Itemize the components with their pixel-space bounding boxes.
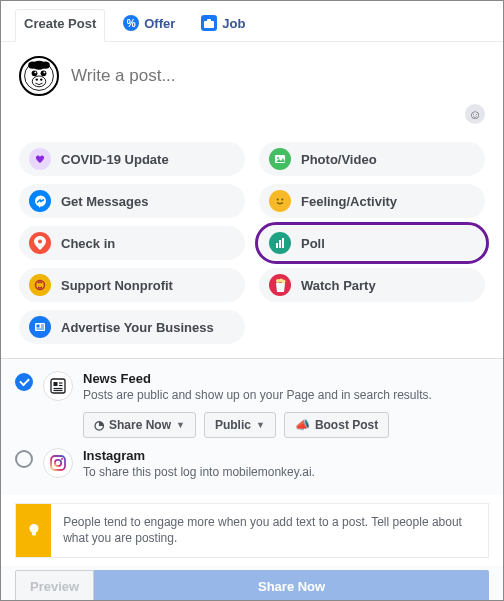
tab-create-label: Create Post	[24, 16, 96, 31]
option-covid[interactable]: COVID-19 Update	[19, 142, 245, 176]
option-covid-label: COVID-19 Update	[61, 152, 169, 167]
svg-point-16	[274, 195, 287, 208]
smiley-icon	[269, 190, 291, 212]
svg-rect-20	[276, 243, 278, 248]
pin-icon	[29, 232, 51, 254]
preview-button[interactable]: Preview	[15, 570, 94, 601]
svg-point-14	[277, 157, 279, 159]
smiley-icon: ☺	[468, 107, 481, 122]
share-now-button[interactable]: Share Now	[94, 570, 489, 601]
svg-point-9	[40, 78, 42, 80]
privacy-dropdown[interactable]: Public ▼	[204, 412, 276, 438]
svg-rect-32	[37, 325, 40, 328]
option-nonprofit[interactable]: Support Nonprofit	[19, 268, 245, 302]
bars-icon	[269, 232, 291, 254]
emoji-picker-button[interactable]: ☺	[465, 104, 485, 124]
option-messages-label: Get Messages	[61, 194, 148, 209]
svg-point-5	[35, 72, 37, 74]
tab-create-post[interactable]: Create Post	[15, 9, 105, 42]
svg-point-30	[281, 280, 285, 284]
clock-icon: ◔	[94, 418, 104, 432]
svg-point-18	[281, 199, 283, 201]
option-photo-label: Photo/Video	[301, 152, 377, 167]
coin-icon	[29, 274, 51, 296]
option-feeling-label: Feeling/Activity	[301, 194, 397, 209]
option-advertise[interactable]: Advertise Your Business	[19, 310, 245, 344]
newsfeed-desc: Posts are public and show up on your Pag…	[83, 387, 489, 404]
option-nonprofit-label: Support Nonprofit	[61, 278, 173, 293]
svg-rect-27	[282, 283, 283, 292]
megaphone-icon: 📣	[295, 418, 310, 432]
option-watch-label: Watch Party	[301, 278, 376, 293]
svg-rect-42	[51, 456, 65, 470]
popcorn-icon	[269, 274, 291, 296]
svg-point-44	[61, 458, 63, 460]
svg-point-12	[33, 61, 46, 70]
option-messages[interactable]: Get Messages	[19, 184, 245, 218]
svg-point-3	[32, 70, 38, 76]
svg-point-6	[44, 72, 46, 74]
chevron-down-icon: ▼	[176, 420, 185, 430]
ad-icon	[29, 316, 51, 338]
chevron-down-icon: ▼	[256, 420, 265, 430]
svg-point-43	[55, 460, 61, 466]
instagram-icon	[43, 448, 73, 478]
share-timing-dropdown[interactable]: ◔ Share Now ▼	[83, 412, 196, 438]
svg-rect-0	[204, 21, 214, 28]
share-timing-label: Share Now	[109, 418, 171, 432]
svg-point-17	[277, 199, 279, 201]
newsfeed-icon	[43, 371, 73, 401]
briefcase-icon	[201, 15, 217, 31]
option-checkin-label: Check in	[61, 236, 115, 251]
share-destinations: News Feed Posts are public and show up o…	[1, 359, 503, 495]
radio-newsfeed[interactable]	[15, 373, 33, 391]
composer-tabs: Create Post % Offer Job	[1, 1, 503, 42]
instagram-desc: To share this post log into mobilemonkey…	[83, 464, 489, 481]
option-feeling[interactable]: Feeling/Activity	[259, 184, 485, 218]
newsfeed-title: News Feed	[83, 371, 489, 386]
tab-offer[interactable]: % Offer	[115, 9, 183, 41]
svg-rect-25	[278, 283, 279, 292]
offer-icon: %	[123, 15, 139, 31]
tip-banner: People tend to engage more when you add …	[15, 503, 489, 559]
image-icon	[269, 148, 291, 170]
option-poll[interactable]: Poll	[259, 226, 485, 260]
boost-label: Boost Post	[315, 418, 378, 432]
post-text-input[interactable]	[71, 66, 485, 86]
tip-text: People tend to engage more when you add …	[51, 504, 488, 558]
composer-footer: Preview Share Now	[1, 566, 503, 601]
composer-area	[1, 42, 503, 100]
svg-point-4	[41, 70, 47, 76]
option-poll-label: Poll	[301, 236, 325, 251]
heart-icon	[29, 148, 51, 170]
boost-post-button[interactable]: 📣 Boost Post	[284, 412, 389, 438]
post-options-grid: COVID-19 UpdatePhoto/VideoGet MessagesFe…	[1, 134, 503, 358]
tab-job[interactable]: Job	[193, 9, 253, 41]
privacy-label: Public	[215, 418, 251, 432]
option-checkin[interactable]: Check in	[19, 226, 245, 260]
svg-point-45	[29, 524, 38, 533]
share-row-instagram: Instagram To share this post log into mo…	[15, 448, 489, 481]
option-watch[interactable]: Watch Party	[259, 268, 485, 302]
radio-instagram[interactable]	[15, 450, 33, 468]
share-row-newsfeed: News Feed Posts are public and show up o…	[15, 371, 489, 438]
chat-icon	[29, 190, 51, 212]
page-avatar	[19, 56, 59, 96]
tab-offer-label: Offer	[144, 16, 175, 31]
svg-rect-37	[54, 382, 58, 386]
lightbulb-icon	[16, 504, 51, 558]
instagram-title: Instagram	[83, 448, 489, 463]
svg-point-8	[36, 78, 38, 80]
svg-rect-21	[279, 240, 281, 248]
option-photo[interactable]: Photo/Video	[259, 142, 485, 176]
svg-rect-46	[32, 533, 36, 536]
svg-rect-22	[282, 238, 284, 248]
svg-point-19	[38, 240, 42, 244]
svg-rect-1	[207, 19, 211, 22]
tab-job-label: Job	[222, 16, 245, 31]
option-advertise-label: Advertise Your Business	[61, 320, 214, 335]
svg-rect-26	[280, 283, 281, 292]
